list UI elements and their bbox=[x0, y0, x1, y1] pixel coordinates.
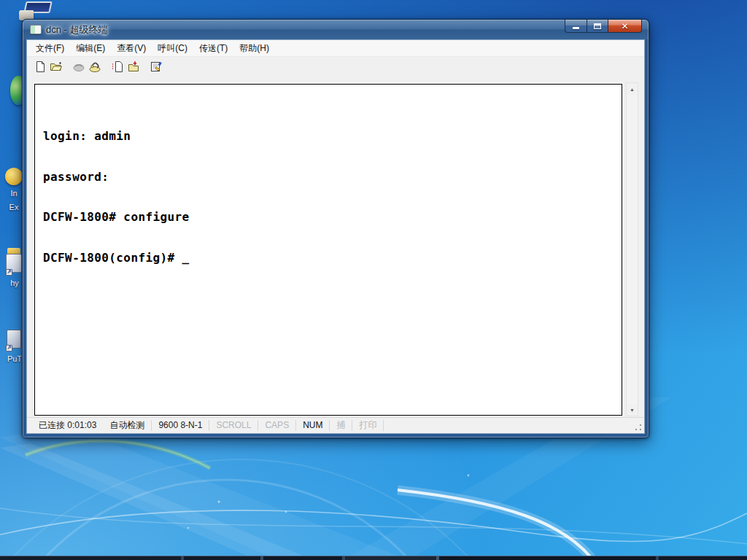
receive-file-button[interactable] bbox=[125, 59, 142, 74]
menubar: 文件(F) 编辑(E) 查看(V) 呼叫(C) 传送(T) 帮助(H) bbox=[27, 40, 644, 57]
status-autodetect: 自动检测 bbox=[103, 420, 152, 431]
menu-view[interactable]: 查看(V) bbox=[111, 40, 152, 57]
receive-file-icon bbox=[127, 61, 140, 73]
scroll-down-arrow-icon[interactable]: ▼ bbox=[627, 404, 638, 416]
titlebar[interactable]: dcn - 超级终端 ✕ bbox=[23, 20, 649, 39]
terminal-client-area: login: admin password: DCFW-1800# config… bbox=[27, 77, 644, 417]
window-content: 文件(F) 编辑(E) 查看(V) 呼叫(C) 传送(T) 帮助(H) bbox=[26, 39, 645, 434]
menu-call[interactable]: 呼叫(C) bbox=[152, 40, 193, 57]
window-controls: ✕ bbox=[565, 19, 642, 33]
status-capture: 捕 bbox=[330, 420, 352, 431]
taskbar-edge[interactable] bbox=[0, 556, 747, 560]
toolbar bbox=[27, 57, 644, 77]
minimize-button[interactable] bbox=[565, 19, 587, 33]
vertical-scrollbar[interactable]: ▲ ▼ bbox=[626, 82, 638, 416]
properties-icon bbox=[150, 61, 163, 73]
menu-transfer[interactable]: 传送(T) bbox=[193, 40, 233, 57]
status-connected: 已连接 0:01:03 bbox=[32, 420, 103, 431]
desktop: In Ex hy PuT dcn - 超级终端 ✕ bbox=[0, 0, 747, 560]
status-caps: CAPS bbox=[258, 420, 296, 431]
new-connection-icon bbox=[34, 61, 47, 73]
terminal-line: DCFW-1800(config)# _ bbox=[43, 252, 616, 265]
close-icon: ✕ bbox=[621, 22, 628, 31]
open-button[interactable] bbox=[48, 59, 64, 74]
window-title: dcn - 超级终端 bbox=[46, 23, 108, 36]
maximize-icon bbox=[594, 23, 601, 29]
putty-icon bbox=[6, 330, 23, 351]
call-button[interactable] bbox=[71, 59, 87, 74]
internet-explorer-icon bbox=[5, 168, 23, 185]
statusbar: 已连接 0:01:03 自动检测 9600 8-N-1 SCROLL CAPS … bbox=[27, 417, 644, 433]
terminal-line: DCFW-1800# configure bbox=[43, 211, 616, 225]
open-icon bbox=[50, 61, 63, 73]
status-baud: 9600 8-N-1 bbox=[152, 420, 209, 431]
resize-grip[interactable] bbox=[635, 424, 642, 431]
status-num: NUM bbox=[296, 420, 330, 431]
call-icon-disabled bbox=[72, 61, 85, 73]
minimize-icon bbox=[573, 27, 579, 29]
shortcut-arrow-icon bbox=[6, 269, 12, 276]
hyperterminal-window[interactable]: dcn - 超级终端 ✕ 文件(F) 编辑(E) 查看(V) 呼叫(C) 传送(… bbox=[22, 19, 649, 438]
scroll-up-arrow-icon[interactable]: ▲ bbox=[627, 83, 638, 95]
send-file-button[interactable] bbox=[109, 59, 125, 74]
status-print: 打印 bbox=[352, 420, 384, 431]
hyperterminal-app-icon bbox=[30, 25, 42, 34]
menu-file[interactable]: 文件(F) bbox=[30, 40, 70, 57]
maximize-button[interactable] bbox=[587, 19, 608, 33]
menu-edit[interactable]: 编辑(E) bbox=[70, 40, 111, 57]
new-connection-button[interactable] bbox=[32, 59, 48, 74]
shortcut-arrow-icon bbox=[6, 345, 12, 351]
terminal-line: password: bbox=[43, 171, 616, 184]
properties-button[interactable] bbox=[148, 59, 164, 74]
terminal-screen[interactable]: login: admin password: DCFW-1800# config… bbox=[34, 84, 622, 416]
terminal-line: login: admin bbox=[43, 130, 616, 144]
status-scroll: SCROLL bbox=[209, 420, 258, 431]
disconnect-icon bbox=[88, 61, 101, 73]
close-button[interactable]: ✕ bbox=[608, 19, 642, 33]
menu-help[interactable]: 帮助(H) bbox=[233, 40, 275, 57]
send-file-icon bbox=[111, 61, 124, 73]
disconnect-button[interactable] bbox=[87, 59, 103, 74]
hyperterminal-icon bbox=[6, 248, 23, 276]
